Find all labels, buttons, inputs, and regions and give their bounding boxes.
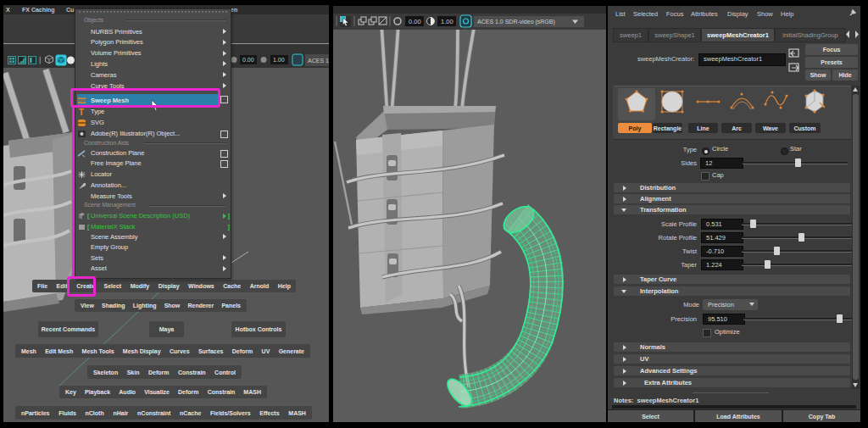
- svg-text:ACES 1.0: ACES 1.0: [308, 58, 329, 64]
- svg-text:1.00: 1.00: [441, 18, 453, 25]
- svg-text:0.00: 0.00: [409, 18, 421, 25]
- svg-text:T: T: [79, 108, 84, 116]
- svg-text:ACES 1.0 SDR-video (sRGB): ACES 1.0 SDR-video (sRGB): [477, 19, 555, 25]
- svg-text:1.00: 1.00: [273, 57, 285, 63]
- svg-text:0.00: 0.00: [242, 57, 254, 63]
